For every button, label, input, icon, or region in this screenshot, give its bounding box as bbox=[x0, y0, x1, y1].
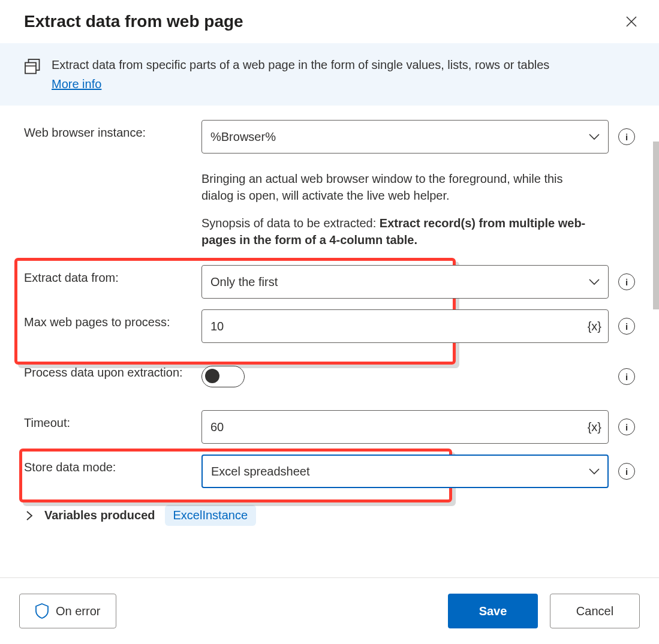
row-timeout: Timeout: 60 {x} i bbox=[24, 410, 635, 444]
helper-text: Bringing an actual web browser window to… bbox=[201, 170, 597, 204]
browser-instance-dropdown[interactable]: %Browser% bbox=[201, 120, 609, 154]
variable-picker-icon[interactable]: {x} bbox=[588, 420, 601, 434]
info-icon-max-pages[interactable]: i bbox=[618, 318, 635, 335]
timeout-input[interactable]: 60 bbox=[201, 410, 609, 444]
info-banner: Extract data from specific parts of a we… bbox=[0, 43, 659, 106]
toggle-knob bbox=[205, 369, 219, 383]
scrollbar-thumb[interactable] bbox=[653, 142, 659, 309]
extract-from-value: Only the first bbox=[210, 275, 278, 289]
banner-text: Extract data from specific parts of a we… bbox=[52, 56, 549, 92]
label-max-pages: Max web pages to process: bbox=[24, 309, 201, 329]
row-process-on-extract: Process data upon extraction: i bbox=[24, 360, 635, 393]
banner-description: Extract data from specific parts of a we… bbox=[52, 58, 549, 71]
svg-rect-1 bbox=[25, 63, 36, 74]
more-info-link[interactable]: More info bbox=[52, 76, 101, 92]
label-store-mode: Store data mode: bbox=[24, 455, 201, 474]
label-process-on-extract: Process data upon extraction: bbox=[24, 360, 201, 380]
process-on-extract-toggle[interactable] bbox=[201, 366, 245, 387]
row-store-mode: Store data mode: Excel spreadsheet i bbox=[24, 455, 635, 488]
browser-instance-value: %Browser% bbox=[210, 130, 276, 144]
dialog-title: Extract data from web page bbox=[24, 12, 243, 31]
info-icon-browser[interactable]: i bbox=[618, 128, 635, 145]
synopsis-prefix: Synopsis of data to be extracted: bbox=[201, 216, 380, 230]
label-timeout: Timeout: bbox=[24, 410, 201, 430]
extract-from-dropdown[interactable]: Only the first bbox=[201, 265, 609, 299]
close-button[interactable] bbox=[623, 13, 640, 30]
extract-icon bbox=[24, 58, 41, 74]
info-icon-timeout[interactable]: i bbox=[618, 419, 635, 435]
synopsis-text: Synopsis of data to be extracted: Extrac… bbox=[201, 215, 609, 248]
info-icon-process[interactable]: i bbox=[618, 368, 635, 385]
label-extract-from: Extract data from: bbox=[24, 265, 201, 285]
store-mode-dropdown[interactable]: Excel spreadsheet bbox=[201, 455, 609, 488]
row-browser-instance: Web browser instance: %Browser% i bbox=[24, 120, 635, 154]
info-icon-extract-from[interactable]: i bbox=[618, 273, 635, 290]
dialog-header: Extract data from web page bbox=[0, 0, 659, 43]
close-icon bbox=[625, 16, 637, 28]
cancel-button[interactable]: Cancel bbox=[550, 594, 640, 628]
dialog-footer: On error Save Cancel bbox=[0, 577, 659, 644]
info-icon-store-mode[interactable]: i bbox=[618, 463, 635, 480]
dialog-body: Web browser instance: %Browser% i Bringi… bbox=[0, 106, 659, 577]
on-error-button[interactable]: On error bbox=[19, 594, 116, 628]
variable-picker-icon[interactable]: {x} bbox=[588, 320, 601, 333]
extract-data-dialog: Extract data from web page Extract data … bbox=[0, 0, 659, 644]
variables-produced-row[interactable]: Variables produced ExcelInstance bbox=[24, 505, 635, 526]
max-pages-value: 10 bbox=[210, 320, 224, 333]
store-mode-value: Excel spreadsheet bbox=[211, 465, 310, 479]
save-button[interactable]: Save bbox=[448, 594, 538, 628]
variables-produced-label: Variables produced bbox=[44, 508, 155, 522]
chevron-right-icon bbox=[24, 510, 35, 521]
variable-pill[interactable]: ExcelInstance bbox=[165, 505, 257, 526]
timeout-value: 60 bbox=[210, 420, 224, 434]
footer-buttons: Save Cancel bbox=[448, 594, 640, 628]
row-extract-from: Extract data from: Only the first i bbox=[24, 265, 635, 299]
on-error-label: On error bbox=[56, 604, 100, 618]
max-pages-input[interactable]: 10 bbox=[201, 309, 609, 343]
scrollbar[interactable] bbox=[653, 115, 659, 568]
row-max-pages: Max web pages to process: 10 {x} i bbox=[24, 309, 635, 343]
label-browser-instance: Web browser instance: bbox=[24, 120, 201, 140]
shield-icon bbox=[35, 603, 49, 619]
